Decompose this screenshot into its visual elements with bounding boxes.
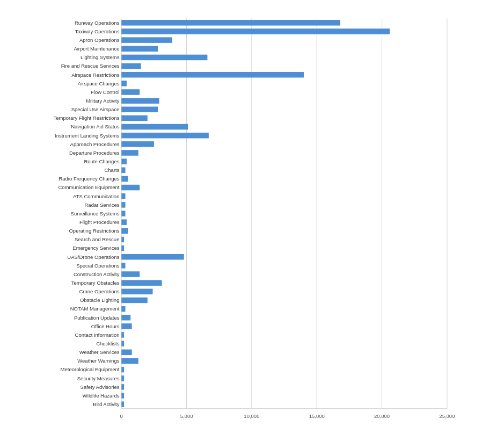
bar-label: Bird Activity (93, 401, 119, 407)
bar-label: Charts (104, 167, 119, 173)
bar (121, 332, 124, 337)
bar-label: Special Operations (76, 263, 120, 269)
bar-label: Lighting Systems (81, 54, 120, 60)
bar (121, 185, 140, 190)
bar (121, 375, 124, 381)
bar (121, 98, 159, 103)
bar (121, 263, 125, 268)
bar (121, 193, 125, 199)
bar (121, 141, 154, 147)
svg-text:20,000: 20,000 (374, 413, 390, 419)
bar (121, 298, 148, 303)
bar-label: Weather Warnings (77, 358, 119, 364)
chart-container: 05,00010,00015,00020,00025,000Runway Ope… (0, 0, 482, 448)
bar-label: Meteorological Equipment (61, 366, 120, 372)
bar (121, 280, 162, 285)
bar (121, 72, 304, 77)
bar (121, 271, 140, 277)
bar (121, 306, 125, 312)
bar-label: Radio Frequency Changes (59, 176, 119, 182)
bar (121, 202, 125, 207)
bar (121, 28, 390, 34)
bar-label: Wildlife Hazards (83, 393, 120, 399)
bar-label: Apron Operations (79, 37, 120, 43)
bar-label: Temporary Flight Restrictions (53, 115, 119, 121)
bar-label: Instrument Landing Systems (55, 133, 120, 139)
bar-label: Fire and Rescue Services (61, 63, 120, 69)
bar (121, 89, 140, 95)
bar (121, 228, 128, 234)
bar (121, 107, 158, 112)
svg-text:25,000: 25,000 (439, 413, 455, 419)
bar-label: UAS/Drone Operations (67, 254, 119, 260)
bar-label: Airspace Restrictions (71, 72, 119, 78)
bar (121, 254, 184, 259)
bar-label: Weather Services (79, 349, 120, 355)
bar (121, 393, 124, 398)
bar (121, 176, 128, 182)
bar (121, 358, 138, 364)
bar-label: Operating Restrictions (69, 228, 119, 234)
bar-label: Search and Rescue (75, 236, 119, 242)
svg-text:5,000: 5,000 (180, 413, 193, 419)
bar-label: NOTAM Management (70, 306, 120, 312)
bar-label: Military Activity (86, 98, 120, 104)
bar (121, 124, 188, 129)
bar (121, 63, 141, 69)
bar (121, 211, 125, 216)
bar (121, 289, 152, 294)
bar (121, 37, 172, 42)
bar (121, 315, 130, 320)
bar (121, 150, 138, 155)
bar-label: Departure Procedures (69, 150, 120, 156)
bar-label: Contact Information (75, 332, 120, 338)
svg-text:10,000: 10,000 (244, 413, 259, 419)
bar (121, 158, 127, 164)
bar-chart: 05,00010,00015,00020,00025,000Runway Ope… (5, 11, 471, 427)
bar (121, 115, 148, 121)
bar-label: Surveillance Systems (71, 211, 120, 216)
bar-label: Airspace Changes (78, 81, 120, 86)
bar-label: Safety Advisories (81, 384, 120, 390)
bar-label: Emergency Services (72, 245, 119, 251)
bar (121, 384, 124, 389)
bar-label: Navigation Aid Status (71, 124, 120, 129)
bar-label: Crane Operations (79, 288, 119, 294)
bar (121, 323, 132, 329)
bar (121, 350, 132, 355)
bar (121, 237, 124, 242)
bar-label: Construction Activity (74, 271, 120, 277)
bar-label: Publication Updates (74, 315, 120, 321)
bar-label: Radar Services (84, 202, 119, 208)
bar-label: Obstacle Lighting (80, 297, 119, 303)
bar-label: Temporary Obstacles (71, 280, 120, 286)
bar-label: Communication Equipment (58, 184, 119, 190)
bar-label: Flow Control (91, 89, 119, 95)
bar-label: Flight Procedures (79, 219, 120, 225)
bar (121, 219, 127, 225)
bar-label: Taxiway Operations (75, 28, 120, 34)
bar (121, 46, 158, 52)
bar-label: Airport Maintenance (74, 46, 119, 52)
bar (121, 168, 125, 173)
bar (121, 341, 124, 346)
bar (121, 55, 207, 60)
svg-text:0: 0 (120, 413, 123, 419)
bar-label: Office Hours (91, 323, 120, 329)
bar-label: Security Measures (77, 375, 120, 381)
svg-text:15,000: 15,000 (309, 413, 325, 419)
bar (121, 133, 209, 138)
bar (121, 245, 124, 251)
bar-label: Checklists (96, 341, 120, 346)
bar-label: Route Changes (84, 158, 119, 164)
bar (121, 401, 124, 407)
bar-label: Runway Operations (75, 20, 120, 26)
bar (121, 367, 124, 372)
bar (121, 20, 340, 25)
bar (121, 81, 127, 86)
bar-label: Special Use Airspace (71, 106, 120, 112)
bar-label: ATS Communication (73, 193, 119, 199)
bar-label: Approach Procedures (70, 141, 120, 147)
